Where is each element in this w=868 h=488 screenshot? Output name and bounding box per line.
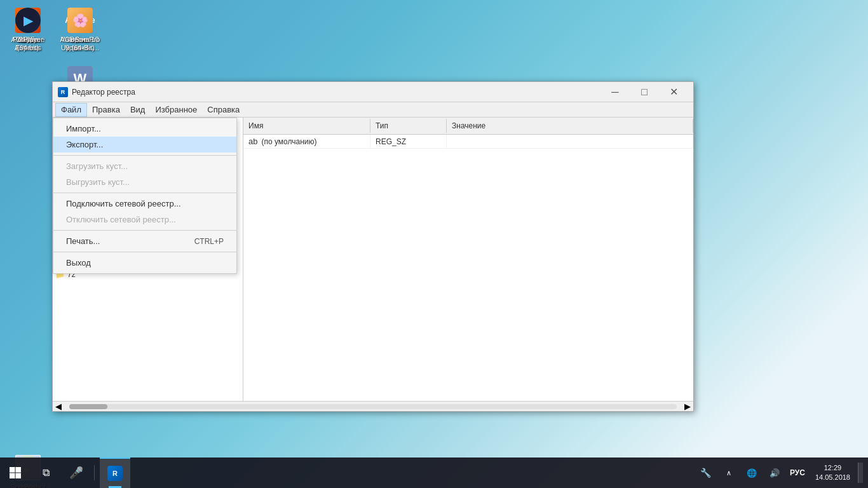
tray-volume-icon[interactable]: 🔊 — [764, 463, 785, 483]
task-view-button[interactable]: ⧉ — [31, 458, 61, 488]
tray-expand-icon[interactable]: ∧ — [719, 463, 739, 483]
close-button[interactable]: ✕ — [659, 82, 688, 102]
registry-table-header: Имя Тип Значение — [243, 118, 693, 135]
taskbar-time: 12:29 — [815, 463, 850, 473]
menu-edit[interactable]: Правка — [87, 103, 125, 117]
scrollbar-track[interactable] — [69, 404, 677, 409]
taskbar-tray: 🔧 ∧ 🌐 🔊 РУС 12:29 14.05.2018 — [696, 463, 868, 483]
registry-window: R Редактор реестра ─ □ ✕ Файл Правка Вид… — [52, 81, 694, 412]
svg-rect-4 — [10, 467, 15, 473]
registry-scrollbar[interactable]: ◀ ▶ — [53, 401, 693, 411]
import-label: Импорт... — [66, 124, 101, 133]
tray-network-icon[interactable]: 🔧 — [696, 463, 716, 483]
connect-network-label: Подключить сетевой реестр... — [66, 199, 181, 208]
menu-exit[interactable]: Выход — [53, 255, 236, 271]
desktop-icon-spring[interactable]: 🌸 весна — [57, 5, 103, 46]
potplayer-icon: ▶ — [15, 8, 41, 33]
menu-favorites[interactable]: Избранное — [150, 103, 202, 117]
cell-name-value: (по умолчанию) — [261, 137, 316, 146]
dropdown-sep-4 — [53, 252, 236, 252]
file-dropdown-menu: Импорт... Экспорт... Загрузить куст... В… — [53, 118, 237, 274]
scroll-right-btn[interactable]: ▶ — [682, 402, 693, 411]
desktop: A Avast FreeAntivirus A Амиго Я Yandex N… — [0, 0, 868, 488]
taskbar-center: R — [97, 458, 696, 488]
desktop-icon-potplayer[interactable]: ▶ PotPlayer(64 bit) — [5, 5, 51, 55]
print-shortcut: CTRL+P — [194, 237, 224, 246]
unload-hive-label: Выгрузить куст... — [66, 177, 130, 187]
registry-menubar: Файл Правка Вид Избранное Справка Импорт… — [53, 102, 693, 118]
potplayer-label: PotPlayer(64 bit) — [13, 36, 43, 52]
taskbar-clock[interactable]: 12:29 14.05.2018 — [810, 463, 855, 483]
scroll-left-btn[interactable]: ◀ — [53, 402, 64, 411]
col-value-header: Значение — [447, 119, 693, 133]
taskbar: ⧉ 🎤 R 🔧 ∧ 🌐 🔊 РУС 12:29 14.05.2018 — [0, 458, 868, 488]
svg-rect-7 — [16, 473, 22, 479]
dropdown-sep-3 — [53, 230, 236, 231]
cell-type: REG_SZ — [370, 135, 447, 148]
spring-icon: 🌸 — [67, 8, 93, 33]
scrollbar-thumb[interactable] — [69, 404, 107, 409]
menu-connect-network[interactable]: Подключить сетевой реестр... — [53, 196, 236, 212]
spring-label: весна — [71, 36, 90, 44]
print-label: Печать... — [66, 236, 100, 246]
col-type-header: Тип — [370, 119, 447, 133]
menu-view[interactable]: Вид — [125, 103, 151, 117]
exit-label: Выход — [66, 258, 91, 268]
dropdown-sep-2 — [53, 193, 236, 193]
reg-value-icon: ab — [248, 137, 257, 146]
menu-disconnect-network[interactable]: Отключить сетевой реестр... — [53, 212, 236, 227]
maximize-button[interactable]: □ — [630, 82, 659, 102]
start-button[interactable] — [0, 458, 31, 488]
language-indicator[interactable]: РУС — [787, 468, 808, 477]
taskbar-app-registry[interactable]: R — [100, 458, 130, 488]
tray-network-status-icon[interactable]: 🌐 — [742, 463, 762, 483]
table-row[interactable]: ab (по умолчанию) REG_SZ — [243, 135, 693, 149]
menu-load-hive[interactable]: Загрузить куст... — [53, 158, 236, 174]
cortana-button[interactable]: 🎤 — [61, 458, 92, 488]
dropdown-sep-1 — [53, 155, 236, 156]
svg-rect-6 — [10, 473, 15, 479]
registry-right-panel: Имя Тип Значение ab (по умолчанию) REG_S… — [243, 118, 693, 401]
registry-title: Редактор реестра — [72, 88, 600, 97]
taskbar-separator — [94, 465, 95, 480]
cell-name: ab (по умолчанию) — [243, 135, 370, 148]
disconnect-network-label: Отключить сетевой реестр... — [66, 215, 176, 224]
menu-print[interactable]: Печать... CTRL+P — [53, 233, 236, 249]
taskbar-date: 14.05.2018 — [815, 473, 850, 482]
cell-value — [447, 135, 693, 148]
registry-titlebar: R Редактор реестра ─ □ ✕ — [53, 82, 693, 102]
menu-file[interactable]: Файл — [55, 103, 87, 117]
menu-help[interactable]: Справка — [202, 103, 245, 117]
menu-import[interactable]: Импорт... — [53, 121, 236, 137]
minimize-button[interactable]: ─ — [600, 82, 630, 102]
show-desktop-button[interactable] — [858, 463, 863, 483]
svg-rect-5 — [16, 467, 22, 473]
load-hive-label: Загрузить куст... — [66, 161, 128, 171]
registry-app-icon: R — [58, 87, 68, 97]
col-name-header: Имя — [243, 119, 370, 133]
menu-unload-hive[interactable]: Выгрузить куст... — [53, 174, 236, 190]
registry-taskbar-icon: R — [107, 466, 123, 481]
menu-export[interactable]: Экспорт... — [53, 137, 236, 152]
export-label: Экспорт... — [66, 140, 103, 149]
